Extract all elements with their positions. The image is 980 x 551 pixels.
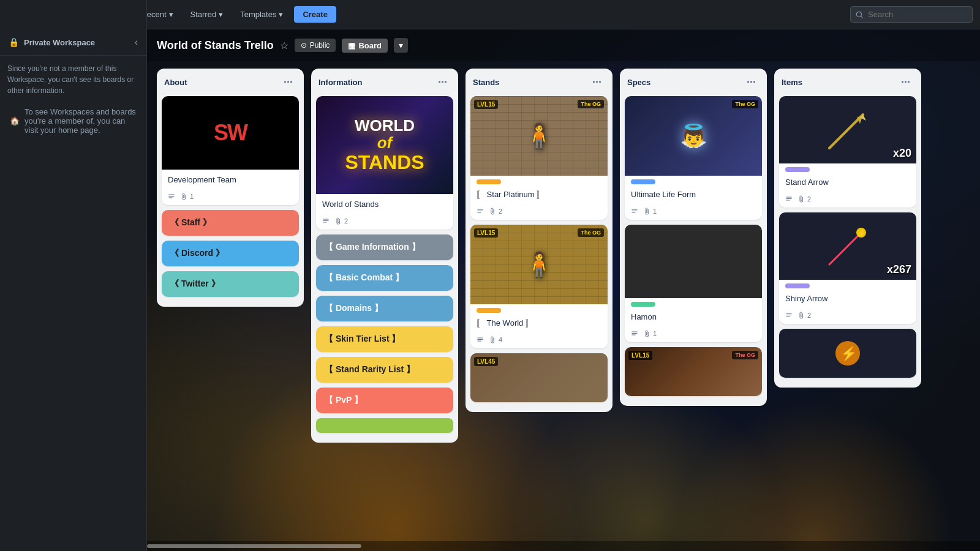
board-scroll-area[interactable]: About ··· SW Development Team: [147, 61, 980, 541]
column-about-menu[interactable]: ···: [280, 75, 296, 90]
card-sa-attachment: 2: [797, 195, 811, 203]
svg-rect-21: [632, 335, 636, 335]
card-shiny-arrow-image: ⚡ x267: [779, 212, 916, 280]
card-hamon-list-icon: [631, 330, 638, 337]
scrollbar-thumb[interactable]: [147, 544, 361, 548]
card-hamon[interactable]: Hamon 1: [625, 225, 762, 342]
svg-rect-27: [786, 200, 790, 201]
card-shiny-arrow[interactable]: ⚡ x267 Shiny Arrow: [779, 212, 916, 324]
card-sp-list-icon: [477, 208, 484, 215]
chevron-down-icon: ▾: [219, 10, 223, 19]
card-star-platinum-labels: [470, 176, 608, 184]
column-specs-menu[interactable]: ···: [743, 75, 760, 90]
card-game-info[interactable]: 【 Game Information 】: [316, 234, 453, 260]
sidebar-message-1: Since you're not a member of this Worksp…: [7, 63, 139, 96]
lvl-badge-spec-3: LVL15: [628, 351, 652, 360]
svg-rect-5: [169, 196, 175, 197]
card-stand-arrow-footer: 2: [779, 193, 916, 208]
card-staff[interactable]: 《 Staff 》: [162, 210, 299, 236]
card-hamon-labels: [625, 298, 762, 307]
card-shiny-arrow-title: Shiny Arrow: [785, 293, 910, 304]
svg-rect-8: [323, 220, 329, 221]
card-hamon-body: Hamon: [625, 307, 762, 328]
card-dev-team-attachment: 1: [180, 193, 194, 200]
card-the-world-footer: 4: [470, 334, 608, 348]
svg-rect-4: [169, 195, 175, 195]
create-button[interactable]: Create: [294, 6, 336, 23]
board-menu-button[interactable]: ▾: [394, 38, 408, 53]
card-sha-attachment: 2: [797, 312, 811, 319]
column-information-header: Information ···: [311, 69, 458, 96]
card-star-platinum[interactable]: 🧍 LVL15 The OG 〚 Star Platinum 〛: [470, 96, 608, 220]
card-twitter[interactable]: 《 Twitter 》: [162, 271, 299, 297]
og-badge-spec-3: The OG: [732, 351, 758, 359]
card-stand-3[interactable]: LVL45: [470, 353, 608, 402]
label-purple-arrow: [785, 167, 810, 172]
top-navigation: Trello Workspaces ▾ Recent ▾ Starred ▾ T…: [0, 0, 980, 29]
chevron-down-icon: ▾: [279, 10, 283, 19]
item3-svg: ⚡: [829, 335, 866, 372]
column-information-menu[interactable]: ···: [434, 75, 451, 90]
visibility-button[interactable]: ⊙ Public: [295, 39, 336, 52]
card-wos[interactable]: WORLD of STANDS World of Stands: [316, 96, 453, 230]
card-ulf-image: 👼 LVL35 The OG: [625, 96, 762, 176]
card-stand-arrow[interactable]: x20 Stand Arrow 2: [779, 96, 916, 208]
column-stands-menu[interactable]: ···: [589, 75, 605, 90]
shiny-arrow-svg: ⚡: [823, 222, 872, 271]
starred-button[interactable]: Starred ▾: [184, 6, 230, 23]
card-spec-3[interactable]: LVL15 The OG: [625, 347, 762, 396]
column-items-menu[interactable]: ···: [897, 75, 914, 90]
card-stand-rarity[interactable]: 【 Stand Rarity List 】: [316, 357, 453, 383]
svg-rect-25: [786, 197, 792, 198]
card-discord[interactable]: 《 Discord 》: [162, 241, 299, 266]
column-items: Items ··· x20: [774, 69, 921, 388]
sidebar-close-button[interactable]: ‹: [135, 37, 138, 48]
card-ulf-attachment: 1: [643, 208, 657, 215]
svg-rect-31: [786, 313, 792, 314]
stand-arrow-svg: [823, 105, 872, 154]
card-stand-arrow-image: x20: [779, 96, 916, 163]
card-ulf[interactable]: 👼 LVL35 The OG Ultimate Life Form: [625, 96, 762, 220]
star-button[interactable]: ☆: [280, 40, 288, 51]
card-ulf-title: Ultimate Life Form: [631, 189, 756, 200]
search-input[interactable]: [850, 6, 973, 23]
chevron-down-icon: ▾: [169, 10, 173, 19]
card-wos-attachment: 2: [334, 217, 348, 225]
horizontal-scrollbar[interactable]: [147, 541, 980, 551]
card-hamon-image: [625, 225, 762, 298]
column-specs-title: Specs: [627, 78, 650, 87]
card-dev-team[interactable]: SW Development Team 1: [162, 96, 299, 205]
card-shiny-arrow-body: Shiny Arrow: [779, 288, 916, 309]
card-skin-tier[interactable]: 【 Skin Tier List 】: [316, 326, 453, 352]
card-domains[interactable]: 【 Domains 】: [316, 296, 453, 321]
card-wos-title: World of Stands: [322, 199, 447, 210]
templates-button[interactable]: Templates ▾: [234, 6, 289, 23]
column-stands-title: Stands: [473, 78, 499, 87]
card-pvp[interactable]: 【 PvP 】: [316, 388, 453, 413]
column-items-title: Items: [782, 78, 802, 87]
svg-text:⚡: ⚡: [840, 345, 858, 362]
home-icon: 🏠: [10, 116, 20, 126]
card-item-3[interactable]: ⚡: [779, 329, 916, 378]
column-information-body: WORLD of STANDS World of Stands: [311, 96, 458, 443]
card-wos-footer: 2: [316, 215, 453, 230]
column-information: Information ··· WORLD of STANDS: [311, 69, 458, 443]
card-the-world-image: 🧍 LVL15 The OG: [470, 225, 608, 304]
card-stand-arrow-body: Stand Arrow: [779, 172, 916, 193]
card-tw-list-icon: [477, 336, 484, 343]
sidebar-header: 🔒 Private Workspace ‹: [0, 29, 146, 56]
card-dev-team-image: SW: [162, 96, 299, 170]
card-green-partial[interactable]: [316, 418, 453, 433]
label-green-hamon: [631, 302, 655, 307]
board-icon: ▦: [348, 41, 355, 50]
column-about: About ··· SW Development Team: [157, 69, 304, 307]
svg-rect-15: [478, 341, 481, 342]
card-the-world[interactable]: 🧍 LVL15 The OG 〚 The World 〛: [470, 225, 608, 348]
shiny-arrow-count: x267: [887, 263, 911, 276]
home-link[interactable]: 🏠 To see Workspaces and boards you're a …: [7, 103, 139, 138]
card-dev-team-list-icon: [168, 193, 175, 200]
view-button[interactable]: ▦ Board: [342, 39, 388, 53]
card-basic-combat[interactable]: 【 Basic Combat 】: [316, 265, 453, 291]
og-badge-star-platinum: The OG: [578, 100, 604, 108]
svg-rect-26: [786, 198, 792, 199]
